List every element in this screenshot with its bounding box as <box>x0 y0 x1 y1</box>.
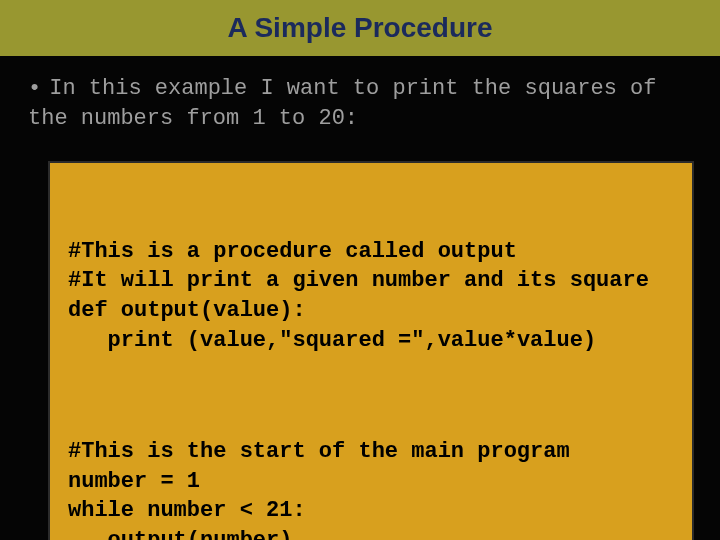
intro-text: In this example I want to print the squa… <box>28 76 657 131</box>
slide: A Simple Procedure •In this example I wa… <box>0 0 720 540</box>
bullet-icon: • <box>28 74 41 104</box>
slide-title: A Simple Procedure <box>0 0 720 56</box>
code-block-main: #This is the start of the main program n… <box>68 437 674 540</box>
code-block-procedure: #This is a procedure called output #It w… <box>68 237 674 356</box>
code-box: #This is a procedure called output #It w… <box>48 161 694 540</box>
intro-paragraph: •In this example I want to print the squ… <box>0 56 720 145</box>
